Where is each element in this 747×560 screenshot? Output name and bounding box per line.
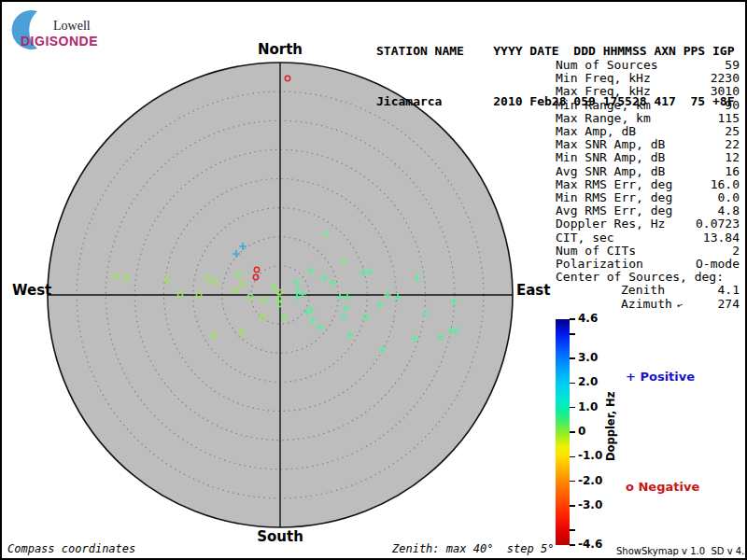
- stat-row: Num of CITs2: [556, 245, 740, 258]
- stat-label: Num of CITs: [556, 245, 636, 258]
- stat-value: 59: [725, 59, 740, 72]
- colorbar-tick-label: -3.0: [578, 498, 602, 511]
- stat-row: CIT, sec13.84: [556, 231, 740, 245]
- lowell-digisonde-logo: Lowell DIGISONDE: [9, 7, 149, 52]
- logo-text-lowell: Lowell: [53, 19, 91, 34]
- stat-label: CIT, sec: [556, 231, 614, 245]
- stats-panel: Num of Sources59Min Freq, kHz2230Max Fre…: [556, 59, 740, 312]
- compass-label-north: North: [258, 41, 303, 58]
- stat-label: Min Freq, kHz: [556, 72, 651, 85]
- stat-row: Num of Sources59: [556, 59, 740, 72]
- stat-label: Avg RMS Err, deg: [556, 204, 672, 217]
- legend-positive-label: Positive: [640, 370, 695, 384]
- colorbar-gradient: [556, 319, 570, 545]
- stat-row: Zenith4.1: [556, 284, 740, 297]
- colorbar-tick-label: 0: [578, 425, 585, 438]
- colorbar-tick: [570, 357, 575, 359]
- stat-row: Avg SNR Amp, dB16: [556, 165, 740, 178]
- stat-row: Avg RMS Err, deg4.8: [556, 204, 740, 217]
- stat-value: 25: [725, 125, 740, 138]
- stat-value: 274: [718, 298, 740, 312]
- stat-row: Max SNR Amp, dB22: [556, 138, 740, 151]
- stat-label: Min SNR Amp, dB: [556, 151, 665, 164]
- stat-value: 115: [718, 112, 740, 125]
- colorbar-tick-label: -1.0: [578, 449, 602, 462]
- stat-value: 90: [725, 99, 740, 112]
- stat-row: Doppler Res, Hz0.0723: [556, 217, 740, 231]
- stat-label: Max SNR Amp, dB: [556, 138, 665, 151]
- stat-label: Center of Sources, deg:: [556, 271, 724, 284]
- stat-value: 2230: [711, 72, 740, 85]
- logo-text-digisonde: DIGISONDE: [21, 34, 98, 49]
- doppler-colorbar: 4.63.02.01.00-1.0-2.0-3.0-4.6: [556, 319, 570, 545]
- colorbar-tick: [570, 431, 575, 433]
- colorbar-tick-label: 2.0: [578, 375, 598, 388]
- stat-value: O-mode: [696, 258, 740, 271]
- circle-marker-icon: o: [626, 480, 634, 494]
- stat-label: Azimuth←: [556, 298, 683, 312]
- compass-label-west: West: [12, 282, 51, 299]
- stat-row: Azimuth←274: [556, 298, 740, 312]
- stat-value: 4.8: [718, 204, 740, 217]
- colorbar-tick: [570, 505, 575, 507]
- compass-label-south: South: [257, 528, 303, 545]
- stat-value: 22: [725, 138, 740, 151]
- stat-label: Max Freq, kHz: [556, 85, 651, 98]
- stat-value: 4.1: [718, 284, 740, 297]
- footer-zenith-note: Zenith: max 40° step 5°: [392, 542, 554, 555]
- stat-value: 3010: [711, 85, 740, 98]
- stat-label: Max Amp, dB: [556, 125, 636, 138]
- skymap-window: Lowell DIGISONDE STATION NAME YYYY DATE …: [0, 0, 747, 560]
- footer-coordinates-note: Compass coordinates: [7, 542, 135, 555]
- colorbar-tick-label: -2.0: [578, 474, 602, 487]
- stat-row: Max Freq, kHz3010: [556, 85, 740, 98]
- stat-row: Max Range, km115: [556, 112, 740, 125]
- stat-value: 16.0: [711, 178, 740, 191]
- stat-value: 0.0: [718, 191, 740, 204]
- stat-value: 16: [725, 165, 740, 178]
- legend-negative-label: Negative: [638, 480, 699, 494]
- stat-row: Center of Sources, deg:: [556, 271, 740, 284]
- stat-row: Max Amp, dB25: [556, 125, 740, 138]
- colorbar-tick: [570, 318, 575, 320]
- stat-label: Avg SNR Amp, dB: [556, 165, 665, 178]
- footer-version-note: ShowSkymap v 1.0 SD v 4.2: [616, 546, 747, 556]
- stat-row: PolarizationO-mode: [556, 258, 740, 271]
- stat-label: Max Range, km: [556, 112, 651, 125]
- stat-value: 2: [732, 245, 740, 258]
- stat-value: 12: [725, 151, 740, 164]
- stat-label: Doppler Res, Hz: [556, 217, 665, 231]
- stat-row: Min Freq, kHz2230: [556, 72, 740, 85]
- stat-label: Min Range, km: [556, 99, 651, 112]
- colorbar-axis-title: Doppler, Hz: [604, 392, 617, 461]
- stat-label: Polarization: [556, 258, 643, 271]
- colorbar-tick: [570, 456, 575, 458]
- colorbar-tick-label: 4.6: [578, 312, 598, 325]
- stat-value: 13.84: [703, 231, 740, 245]
- colorbar-tick: [570, 407, 575, 409]
- colorbar-tick-label: -4.6: [578, 538, 602, 551]
- colorbar-tick: [570, 333, 575, 335]
- stat-row: Min SNR Amp, dB12: [556, 151, 740, 164]
- colorbar-tick: [570, 529, 575, 531]
- stat-row: Min RMS Err, deg0.0: [556, 191, 740, 204]
- plus-marker-icon: +: [626, 370, 636, 384]
- stat-label: Max RMS Err, deg: [556, 178, 672, 191]
- stat-label: Zenith: [556, 284, 665, 297]
- legend-positive: + Positive: [626, 370, 695, 384]
- colorbar-tick-label: 3.0: [578, 351, 598, 364]
- colorbar-tick: [570, 544, 575, 546]
- stat-row: Max RMS Err, deg16.0: [556, 178, 740, 191]
- stat-label: Num of Sources: [556, 59, 658, 72]
- legend-negative: o Negative: [626, 480, 699, 494]
- stat-row: Min Range, km90: [556, 99, 740, 112]
- azimuth-arrow-icon: ←: [675, 298, 684, 312]
- colorbar-tick: [570, 481, 575, 483]
- stat-value: 0.0723: [696, 217, 740, 231]
- colorbar-tick: [570, 383, 575, 385]
- compass-label-east: East: [516, 282, 550, 299]
- stat-label: Min RMS Err, deg: [556, 191, 672, 204]
- colorbar-tick-label: 1.0: [578, 400, 598, 413]
